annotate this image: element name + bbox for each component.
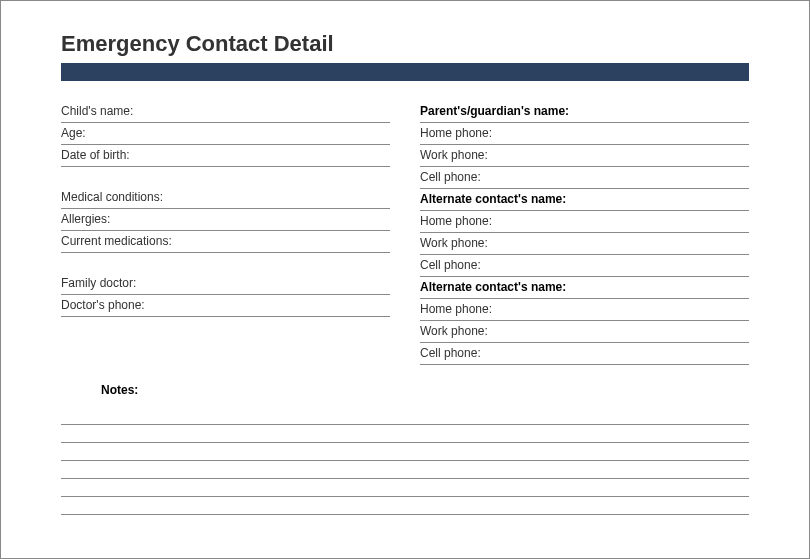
field-medical-conditions[interactable]: Medical conditions: [61,187,390,209]
field-age[interactable]: Age: [61,123,390,145]
field-home-phone-2[interactable]: Home phone: [420,211,749,233]
spacer [61,253,390,273]
note-line [61,425,749,443]
field-alt-contact-2[interactable]: Alternate contact's name: [420,277,749,299]
field-current-medications[interactable]: Current medications: [61,231,390,253]
note-line [61,443,749,461]
field-family-doctor[interactable]: Family doctor: [61,273,390,295]
field-work-phone-3[interactable]: Work phone: [420,321,749,343]
notes-area[interactable] [61,407,749,515]
field-cell-phone-2[interactable]: Cell phone: [420,255,749,277]
field-allergies[interactable]: Allergies: [61,209,390,231]
note-line [61,407,749,425]
page-title: Emergency Contact Detail [61,31,749,57]
field-doctor-phone[interactable]: Doctor's phone: [61,295,390,317]
field-home-phone-3[interactable]: Home phone: [420,299,749,321]
left-column: Child's name: Age: Date of birth: Medica… [61,101,390,365]
field-parent-name[interactable]: Parent's/guardian's name: [420,101,749,123]
note-line [61,461,749,479]
title-bar [61,63,749,81]
field-work-phone-2[interactable]: Work phone: [420,233,749,255]
note-line [61,497,749,515]
field-cell-phone-3[interactable]: Cell phone: [420,343,749,365]
field-dob[interactable]: Date of birth: [61,145,390,167]
spacer [61,167,390,187]
form-page: Emergency Contact Detail Child's name: A… [1,1,809,535]
field-work-phone-1[interactable]: Work phone: [420,145,749,167]
field-alt-contact-1[interactable]: Alternate contact's name: [420,189,749,211]
note-line [61,479,749,497]
field-cell-phone-1[interactable]: Cell phone: [420,167,749,189]
right-column: Parent's/guardian's name: Home phone: Wo… [420,101,749,365]
field-home-phone-1[interactable]: Home phone: [420,123,749,145]
notes-label: Notes: [101,383,749,397]
form-columns: Child's name: Age: Date of birth: Medica… [61,101,749,365]
field-child-name[interactable]: Child's name: [61,101,390,123]
